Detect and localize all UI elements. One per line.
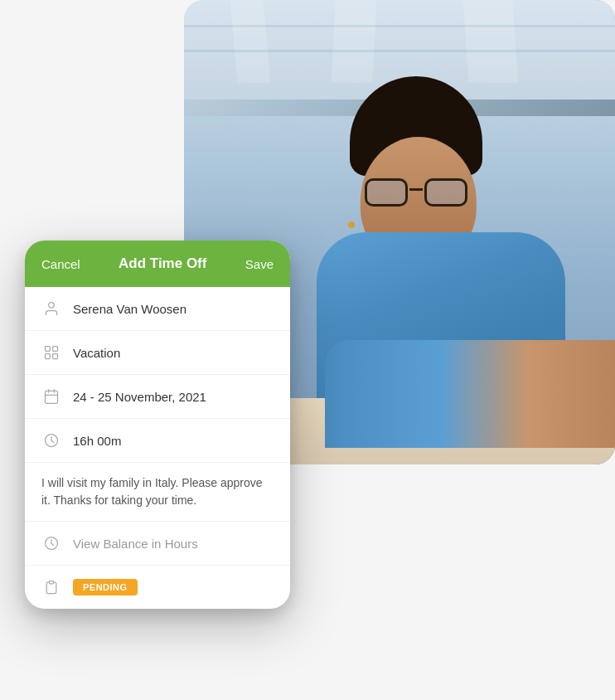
person-icon [41, 299, 61, 318]
glasses [358, 178, 474, 203]
arm [325, 340, 615, 448]
svg-rect-2 [53, 347, 58, 352]
svg-rect-3 [46, 354, 51, 359]
svg-point-0 [49, 303, 55, 309]
date-row: 24 - 25 November, 2021 [25, 375, 290, 419]
time-off-type: Vacation [73, 346, 120, 360]
dialog-title: Add Time Off [119, 255, 206, 272]
status-badge: PENDING [73, 579, 138, 595]
time-off-card: Cancel Add Time Off Save Serena Van Woos… [25, 241, 290, 609]
svg-rect-1 [46, 347, 51, 352]
save-button[interactable]: Save [245, 257, 274, 271]
calendar-icon [41, 386, 61, 406]
type-row: Vacation [25, 331, 290, 375]
svg-rect-4 [53, 354, 58, 359]
card-header: Cancel Add Time Off Save [25, 241, 290, 287]
svg-rect-5 [46, 391, 58, 403]
balance-clock-icon [41, 533, 61, 553]
clipboard-icon [41, 577, 61, 597]
tag-icon [41, 343, 61, 362]
note-text: I will visit my family in Italy. Please … [41, 474, 274, 509]
status-row: PENDING [25, 566, 290, 609]
note-section: I will visit my family in Italy. Please … [25, 463, 290, 522]
glass-left [365, 178, 408, 207]
glass-bridge [409, 188, 423, 191]
balance-link[interactable]: View Balance in Hours [73, 537, 198, 551]
glass-right [424, 178, 467, 207]
date-range: 24 - 25 November, 2021 [73, 390, 206, 404]
person-row: Serena Van Woosen [25, 287, 290, 331]
person-name: Serena Van Woosen [73, 302, 186, 316]
clock-icon [41, 430, 61, 450]
duration-value: 16h 00m [73, 434, 121, 448]
balance-row[interactable]: View Balance in Hours [25, 522, 290, 566]
svg-rect-11 [50, 581, 54, 584]
cancel-button[interactable]: Cancel [41, 257, 80, 271]
earring [348, 221, 355, 228]
duration-row: 16h 00m [25, 419, 290, 463]
